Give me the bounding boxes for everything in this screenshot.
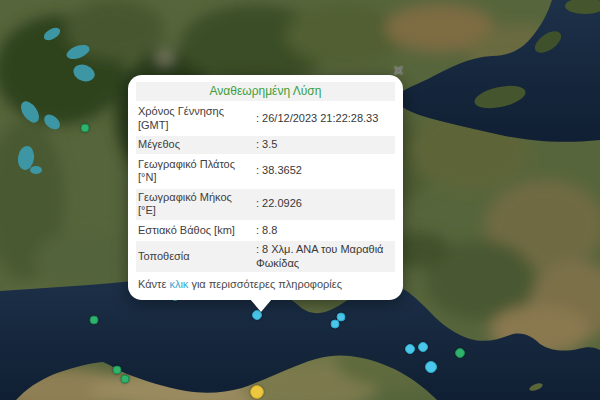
footer-text-suffix: για περισσότερες πληροφορίες	[188, 278, 342, 290]
popup-row: Μέγεθος : 3.5	[136, 136, 395, 154]
more-info-link[interactable]: κλικ	[169, 278, 188, 290]
row-value: : 38.3652	[252, 162, 395, 180]
earthquake-marker[interactable]	[250, 385, 264, 399]
row-value: : 8 Χλμ. ΑΝΑ του Μαραθιά Φωκίδας	[252, 241, 395, 272]
earthquake-marker[interactable]	[331, 320, 340, 329]
earthquake-marker[interactable]	[455, 348, 465, 358]
popup-row: Εστιακό Βάθος [km] : 8.8	[136, 222, 395, 240]
popup-footer: Κάντε κλικ για περισσότερες πληροφορίες	[136, 274, 395, 292]
popup-row: Γεωγραφικό Πλάτος [°N] : 38.3652	[136, 156, 395, 187]
row-label: Τοποθεσία	[136, 248, 252, 266]
earthquake-marker[interactable]	[418, 342, 428, 352]
row-label: Γεωγραφικό Μήκος [°E]	[136, 189, 252, 220]
popup: × Αναθεωρημένη Λύση Χρόνος Γέννησης [GMT…	[128, 75, 403, 300]
earthquake-marker[interactable]	[81, 124, 90, 133]
footer-text-prefix: Κάντε	[138, 278, 169, 290]
row-value: : 3.5	[252, 136, 395, 154]
row-label: Μέγεθος	[136, 136, 252, 154]
earthquake-marker[interactable]	[90, 316, 99, 325]
earthquake-marker[interactable]	[425, 361, 437, 373]
popup-title: Αναθεωρημένη Λύση	[136, 82, 395, 101]
popup-row: Γεωγραφικό Μήκος [°E] : 22.0926	[136, 189, 395, 220]
row-label: Εστιακό Βάθος [km]	[136, 222, 252, 240]
earthquake-marker[interactable]	[113, 366, 122, 375]
popup-content: Αναθεωρημένη Λύση Χρόνος Γέννησης [GMT] …	[128, 75, 403, 300]
popup-tail	[250, 299, 272, 312]
map-viewport: × Αναθεωρημένη Λύση Χρόνος Γέννησης [GMT…	[0, 0, 600, 400]
close-icon[interactable]: ×	[394, 63, 403, 79]
popup-row: Χρόνος Γέννησης [GMT] : 26/12/2023 21:22…	[136, 103, 395, 134]
row-label: Χρόνος Γέννησης [GMT]	[136, 103, 252, 134]
row-value: : 8.8	[252, 222, 395, 240]
earthquake-marker[interactable]	[121, 375, 130, 384]
row-value: : 26/12/2023 21:22:28.33	[252, 110, 395, 128]
row-value: : 22.0926	[252, 195, 395, 213]
earthquake-marker[interactable]	[405, 344, 415, 354]
row-label: Γεωγραφικό Πλάτος [°N]	[136, 156, 252, 187]
popup-row: Τοποθεσία : 8 Χλμ. ΑΝΑ του Μαραθιά Φωκίδ…	[136, 241, 395, 272]
